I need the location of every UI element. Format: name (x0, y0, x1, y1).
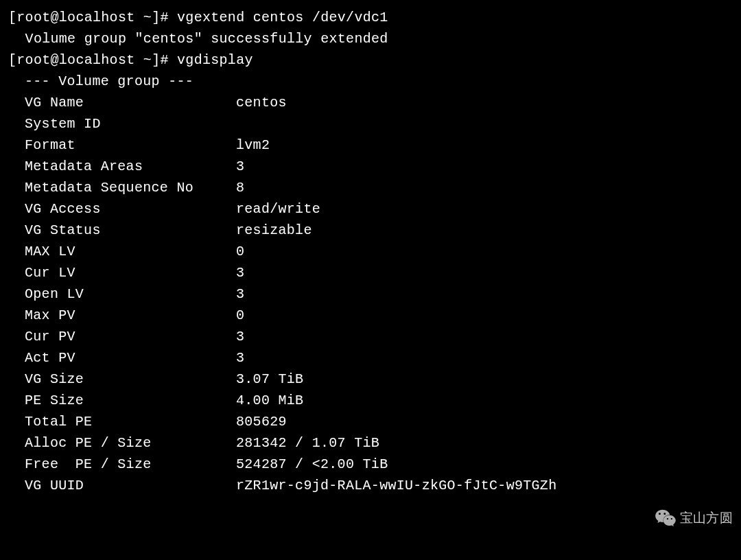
kv-vg-uuid: VG UUIDrZR1wr-c9jd-RALA-wwIU-zkGO-fJtC-w… (8, 475, 734, 496)
kv-alloc-pe-size: Alloc PE / Size281342 / 1.07 TiB (8, 432, 734, 454)
kv-key: Free PE / Size (25, 454, 236, 475)
kv-format: Formatlvm2 (8, 135, 734, 156)
kv-value: 4.00 MiB (236, 393, 303, 408)
kv-key: Cur LV (25, 262, 236, 283)
kv-key: VG Size (25, 369, 236, 390)
watermark-text: 宝山方圆 (680, 508, 733, 528)
kv-vg-access: VG Accessread/write (8, 198, 734, 220)
kv-value: 3 (236, 265, 244, 281)
volume-group-header: --- Volume group --- (8, 71, 734, 92)
kv-value: 3.07 TiB (236, 371, 303, 387)
kv-key: VG Status (25, 220, 236, 241)
kv-key: Act PV (25, 347, 236, 369)
kv-vg-status: VG Statusresizable (8, 220, 734, 241)
wechat-icon (655, 508, 676, 528)
kv-key: MAX LV (25, 241, 236, 262)
kv-key: System ID (25, 113, 236, 135)
command-vgextend: vgextend centos /dev/vdc1 (177, 10, 388, 25)
kv-key: Format (25, 135, 236, 156)
kv-key: Cur PV (25, 326, 236, 347)
kv-cur-lv: Cur LV3 (8, 262, 734, 283)
kv-key: Open LV (25, 283, 236, 305)
kv-value: 3 (236, 350, 244, 366)
kv-vg-size: VG Size3.07 TiB (8, 369, 734, 390)
kv-value: rZR1wr-c9jd-RALA-wwIU-zkGO-fJtC-w9TGZh (236, 478, 556, 493)
kv-key: VG Access (25, 198, 236, 220)
kv-value: lvm2 (236, 137, 270, 153)
output-vgextend: Volume group "centos" successfully exten… (8, 28, 734, 49)
kv-value: read/write (236, 201, 320, 217)
prompt-line-1[interactable]: [root@localhost ~]# vgextend centos /dev… (8, 7, 734, 28)
kv-total-pe: Total PE805629 (8, 411, 734, 432)
kv-value: centos (236, 95, 287, 110)
command-vgdisplay: vgdisplay (177, 52, 253, 68)
kv-key: VG Name (25, 92, 236, 113)
shell-prompt: [root@localhost ~]# (8, 52, 177, 68)
kv-key: Total PE (25, 411, 236, 432)
kv-key: Metadata Areas (25, 156, 236, 177)
kv-value: 8 (236, 180, 244, 196)
kv-value: 0 (236, 307, 244, 323)
kv-value: 3 (236, 159, 244, 174)
kv-open-lv: Open LV3 (8, 283, 734, 305)
kv-system-id: System ID (8, 113, 734, 135)
kv-pe-size: PE Size4.00 MiB (8, 390, 734, 411)
kv-metadata-areas: Metadata Areas3 (8, 156, 734, 177)
kv-value: 281342 / 1.07 TiB (236, 435, 379, 451)
kv-key: Metadata Sequence No (25, 177, 236, 198)
kv-key: VG UUID (25, 475, 236, 496)
kv-value: 3 (236, 329, 244, 345)
kv-key: PE Size (25, 390, 236, 411)
kv-value: 805629 (236, 414, 287, 430)
kv-cur-pv: Cur PV3 (8, 326, 734, 347)
kv-value: 0 (236, 244, 244, 259)
kv-value: resizable (236, 222, 312, 238)
kv-max-pv: Max PV0 (8, 305, 734, 326)
shell-prompt: [root@localhost ~]# (8, 10, 177, 25)
watermark: 宝山方圆 (655, 508, 733, 528)
prompt-line-2[interactable]: [root@localhost ~]# vgdisplay (8, 49, 734, 71)
kv-value: 3 (236, 286, 244, 302)
kv-free-pe-size: Free PE / Size524287 / <2.00 TiB (8, 454, 734, 475)
kv-key: Max PV (25, 305, 236, 326)
kv-key: Alloc PE / Size (25, 432, 236, 454)
kv-metadata-sequence-no: Metadata Sequence No8 (8, 177, 734, 198)
kv-max-lv: MAX LV0 (8, 241, 734, 262)
kv-value: 524287 / <2.00 TiB (236, 456, 388, 472)
kv-act-pv: Act PV3 (8, 347, 734, 369)
kv-vg-name: VG Namecentos (8, 92, 734, 113)
